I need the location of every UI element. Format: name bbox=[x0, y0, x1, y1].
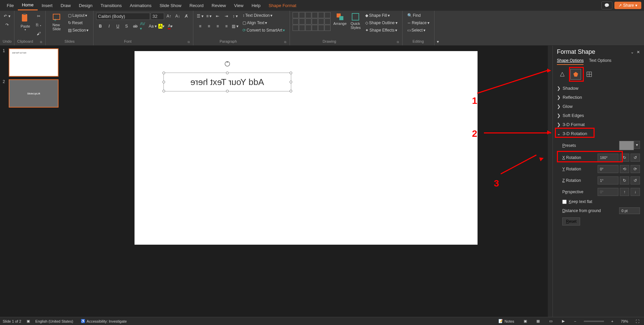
columns-button[interactable]: ▥ ▾ bbox=[231, 22, 239, 30]
select-button[interactable]: ▭ Select ▾ bbox=[405, 27, 431, 34]
z-rotate-ccw-button[interactable]: ↺ bbox=[631, 176, 640, 185]
textbox-shape[interactable]: Add Your Text here bbox=[163, 73, 291, 91]
keep-text-flat-checkbox[interactable] bbox=[562, 200, 567, 204]
find-button[interactable]: 🔍 Find bbox=[405, 12, 431, 19]
handle-ml[interactable] bbox=[162, 81, 165, 83]
zoom-slider[interactable] bbox=[584, 321, 604, 322]
reset-rotation-button[interactable]: Reset bbox=[562, 217, 580, 226]
italic-button[interactable]: I bbox=[105, 22, 113, 30]
menu-file[interactable]: File bbox=[3, 1, 18, 10]
strikethrough-button[interactable]: ab bbox=[131, 22, 139, 30]
decrease-indent-button[interactable]: ⇤ bbox=[214, 12, 222, 20]
normal-view-button[interactable]: ▣ bbox=[522, 318, 529, 324]
zoom-in-button[interactable]: + bbox=[609, 319, 615, 324]
menu-design[interactable]: Design bbox=[75, 1, 97, 10]
handle-bl[interactable] bbox=[162, 90, 165, 92]
slideshow-view-button[interactable]: ▶ bbox=[560, 318, 567, 324]
decrease-font-button[interactable]: A↓ bbox=[174, 12, 182, 20]
clipboard-launcher[interactable]: ⧉ bbox=[39, 40, 43, 44]
smartart-button[interactable]: ⟳ Convert to SmartArt ▾ bbox=[240, 27, 287, 34]
increase-indent-button[interactable]: ⇥ bbox=[222, 12, 230, 20]
perspective-up-button[interactable]: ↑ bbox=[620, 188, 629, 196]
replace-button[interactable]: ↔ Replace ▾ bbox=[405, 19, 431, 26]
handle-br[interactable] bbox=[290, 90, 292, 92]
handle-mr[interactable] bbox=[290, 81, 292, 83]
bullets-button[interactable]: ☰ ▾ bbox=[196, 12, 204, 20]
clear-formatting-button[interactable]: A̸ bbox=[182, 12, 190, 20]
fit-to-window-button[interactable]: ⛶ bbox=[634, 319, 641, 324]
menu-transitions[interactable]: Transitions bbox=[97, 1, 126, 10]
undo-button[interactable]: ↶ ▾ bbox=[3, 12, 11, 20]
pane-close-button[interactable]: ✕ bbox=[637, 50, 640, 54]
font-name-input[interactable] bbox=[96, 13, 150, 20]
zoom-level[interactable]: 79% bbox=[621, 319, 628, 323]
new-slide-button[interactable]: + New Slide bbox=[48, 12, 65, 32]
handle-tr[interactable] bbox=[290, 72, 292, 74]
size-properties-icon[interactable] bbox=[584, 69, 595, 80]
bold-button[interactable]: B bbox=[96, 22, 104, 30]
justify-button[interactable]: ≡ bbox=[222, 22, 230, 30]
text-direction-button[interactable]: ↕ Text Direction ▾ bbox=[240, 12, 287, 19]
highlight-button[interactable]: A ▾ bbox=[157, 22, 165, 30]
char-spacing-button[interactable]: AV ▾ bbox=[140, 22, 148, 30]
thumbnail-1[interactable]: Add Your Text here bbox=[9, 48, 59, 77]
section-shadow[interactable]: ❯ Shadow bbox=[557, 84, 640, 93]
notes-button[interactable]: 📝 Notes bbox=[496, 318, 516, 324]
y-rotate-up-button[interactable]: ⟲ bbox=[620, 165, 629, 173]
menu-help[interactable]: Help bbox=[248, 1, 265, 10]
pane-options-button[interactable]: ⌄ bbox=[631, 50, 634, 54]
section-reflection[interactable]: ❯ Reflection bbox=[557, 93, 640, 102]
distance-input[interactable] bbox=[619, 207, 640, 214]
accessibility-status[interactable]: ♿ Accessibility: Investigate bbox=[79, 318, 129, 324]
drawing-launcher[interactable]: ⧉ bbox=[396, 40, 400, 44]
menu-record[interactable]: Record bbox=[185, 1, 207, 10]
cut-button[interactable]: ✂ bbox=[35, 12, 43, 20]
spell-check-icon[interactable]: ▣ bbox=[27, 319, 30, 323]
tab-text-options[interactable]: Text Options bbox=[589, 58, 611, 65]
menu-shape-format[interactable]: Shape Format bbox=[265, 1, 300, 10]
font-color-button[interactable]: A ▾ bbox=[166, 22, 174, 30]
layout-button[interactable]: ▢ Layout ▾ bbox=[66, 12, 90, 19]
language-status[interactable]: English (United States) bbox=[35, 319, 73, 323]
reset-slide-button[interactable]: ↻ Reset bbox=[66, 19, 90, 26]
font-launcher[interactable]: ⧉ bbox=[187, 40, 190, 44]
align-center-button[interactable]: ≡ bbox=[205, 22, 213, 30]
presets-arrow[interactable]: ▾ bbox=[634, 141, 640, 149]
paste-button[interactable]: Paste ▾ bbox=[17, 12, 33, 32]
align-left-button[interactable]: ≡ bbox=[196, 22, 204, 30]
menu-draw[interactable]: Draw bbox=[56, 1, 75, 10]
quick-styles-button[interactable]: Quick Styles bbox=[349, 12, 362, 30]
menu-animations[interactable]: Animations bbox=[126, 1, 155, 10]
reading-view-button[interactable]: ▭ bbox=[547, 318, 555, 324]
z-rotation-input[interactable] bbox=[598, 176, 618, 185]
slide-counter[interactable]: Slide 1 of 2 bbox=[3, 319, 21, 323]
slide-canvas[interactable]: Add Your Text here bbox=[135, 51, 478, 245]
format-painter-button[interactable]: 🖌 bbox=[35, 30, 43, 38]
perspective-down-button[interactable]: ↓ bbox=[631, 188, 640, 196]
numbering-button[interactable]: ≡ ▾ bbox=[205, 12, 213, 20]
zoom-out-button[interactable]: − bbox=[572, 319, 578, 324]
sorter-view-button[interactable]: ▦ bbox=[534, 318, 542, 324]
shape-effects-button[interactable]: ✦ Shape Effects ▾ bbox=[363, 27, 399, 34]
copy-button[interactable]: ⎘ ▾ bbox=[35, 21, 43, 29]
redo-button[interactable]: ↷ bbox=[3, 21, 11, 29]
rotate-handle[interactable] bbox=[224, 61, 230, 68]
align-text-button[interactable]: ▢ Align Text ▾ bbox=[240, 19, 287, 26]
section-soft-edges[interactable]: ❯ Soft Edges bbox=[557, 111, 640, 120]
textbox-text[interactable]: Add Your Text here bbox=[190, 77, 264, 87]
menu-home[interactable]: Home bbox=[18, 0, 38, 10]
font-size-input[interactable] bbox=[151, 13, 164, 20]
vertical-scrollbar[interactable] bbox=[548, 46, 553, 317]
shadow-button[interactable]: S bbox=[122, 22, 130, 30]
handle-bc[interactable] bbox=[226, 90, 229, 92]
ribbon-collapse-button[interactable]: ▾ bbox=[434, 11, 441, 45]
menu-slideshow[interactable]: Slide Show bbox=[155, 1, 185, 10]
shape-outline-button[interactable]: ◇ Shape Outline ▾ bbox=[363, 19, 399, 26]
increase-font-button[interactable]: A↑ bbox=[165, 12, 173, 20]
paragraph-launcher[interactable]: ⧉ bbox=[283, 40, 287, 44]
y-rotate-down-button[interactable]: ⟳ bbox=[631, 165, 640, 173]
menu-insert[interactable]: Insert bbox=[38, 1, 57, 10]
align-right-button[interactable]: ≡ bbox=[214, 22, 222, 30]
handle-tl[interactable] bbox=[162, 72, 165, 74]
z-rotate-cw-button[interactable]: ↻ bbox=[620, 176, 629, 185]
